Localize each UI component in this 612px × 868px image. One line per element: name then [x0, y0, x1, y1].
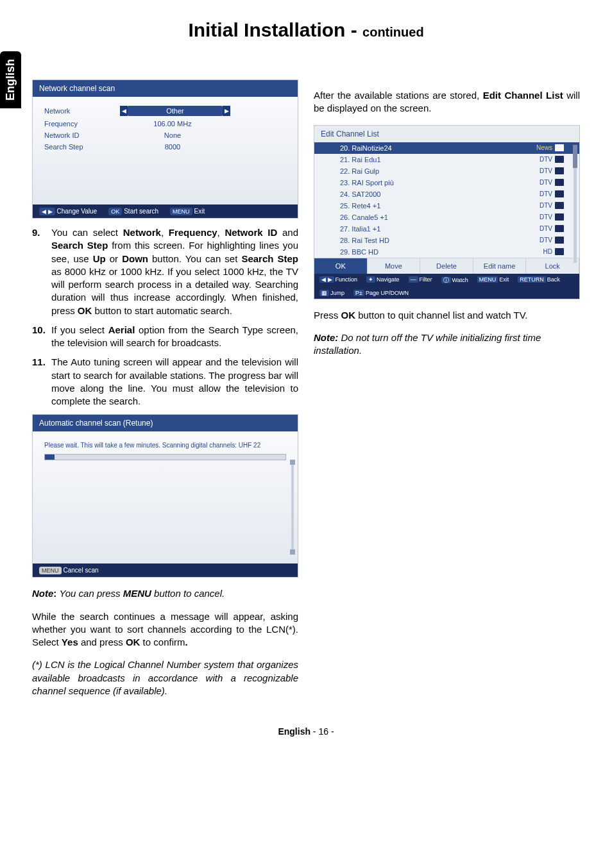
channel-name: 22. Rai Gulp	[340, 167, 379, 175]
note-menu-cancel: Note: You can press MENU button to cance…	[32, 587, 298, 600]
network-scan-title: Network channel scan	[33, 80, 298, 97]
lcn-footnote: (*) LCN is the Logical Channel Number sy…	[32, 658, 298, 697]
tv-icon	[555, 190, 564, 197]
channel-name: 26. Canale5 +1	[340, 213, 388, 221]
t: You can select	[51, 227, 123, 238]
legend-badge: MENU	[477, 276, 498, 283]
t: and	[277, 227, 298, 238]
tv-icon	[555, 179, 564, 186]
title-continued: continued	[362, 25, 424, 39]
step-9-text: You can select Network, Frequency, Netwo…	[51, 226, 298, 317]
network-scan-panel: Network channel scan NetworkOtherFrequen…	[32, 79, 298, 219]
auto-scan-panel: Automatic channel scan (Retune) Please w…	[32, 414, 298, 578]
step-11-text: The Auto tuning screen will appear and t…	[51, 356, 298, 408]
b: Network ID	[225, 227, 277, 238]
t: -	[328, 726, 334, 737]
b: Up	[93, 253, 106, 264]
network-scan-row: Network IDNone	[44, 131, 286, 139]
network-scan-row: Frequency106.00 MHz	[44, 120, 286, 128]
channel-tag: DTV	[540, 202, 564, 209]
t: After the available stations are stored,	[314, 90, 483, 101]
edit-channel-intro: After the available stations are stored,…	[314, 89, 580, 115]
cancel-text: Cancel scan	[64, 567, 99, 574]
network-scan-body: NetworkOtherFrequency106.00 MHzNetwork I…	[33, 97, 298, 204]
auto-scan-message: Please wait. This will take a few minute…	[44, 442, 286, 449]
row-value: Other	[128, 106, 223, 116]
tv-icon	[555, 213, 564, 221]
row-label: Network ID	[44, 131, 128, 139]
t: button to quit channel list and watch TV…	[355, 310, 528, 321]
page-title: Initial Installation - continued	[32, 19, 580, 41]
progress-fill	[45, 455, 55, 460]
channel-row: 26. Canale5 +1DTV	[314, 212, 579, 223]
content-columns: Network channel scan NetworkOtherFrequen…	[32, 79, 580, 707]
page: English Initial Installation - continued…	[0, 0, 612, 762]
t: button to cancel.	[151, 588, 225, 599]
t: ,	[217, 227, 225, 238]
channel-tag: DTV	[540, 190, 564, 197]
b: Aerial	[108, 324, 135, 335]
channel-name: 28. Rai Test HD	[340, 237, 389, 244]
tv-icon	[555, 225, 564, 232]
step-9-number: 9.	[32, 226, 51, 317]
channel-name: 20. RaiNotizie24	[340, 144, 392, 152]
press-ok-paragraph: Press OK button to quit channel list and…	[314, 309, 580, 322]
channel-row: 25. Rete4 +1DTV	[314, 200, 579, 212]
auto-scan-title: Automatic channel scan (Retune)	[33, 415, 298, 431]
b: OK	[126, 637, 140, 647]
legend-item: ⓘWatch	[441, 276, 468, 285]
tv-icon	[555, 167, 564, 174]
channel-row: 21. Rai Edu1DTV	[314, 154, 579, 165]
channel-action: Edit name	[473, 258, 527, 274]
auto-scan-body: Please wait. This will take a few minute…	[33, 431, 298, 563]
menu-badge: MENU	[39, 567, 62, 574]
t: button. You can set	[148, 253, 241, 264]
step-10-text: If you select Aerial option from the Sea…	[51, 324, 298, 350]
row-value: 106.00 MHz	[128, 120, 217, 128]
hint-badge: MENU	[170, 208, 192, 215]
tv-icon	[555, 248, 564, 255]
progress-bar	[44, 454, 286, 460]
channel-action: Lock	[526, 258, 579, 274]
t: to confirm	[140, 637, 185, 647]
channel-tag: DTV	[540, 179, 564, 186]
t: button to start automatic search.	[92, 305, 232, 316]
row-label: Frequency	[44, 120, 128, 128]
legend-badge: ▦	[319, 290, 329, 296]
channel-action: OK	[314, 258, 368, 274]
note-label: Note:	[314, 332, 338, 343]
channel-row: 23. RAI Sport piùDTV	[314, 177, 579, 188]
channel-name: 21. Rai Edu1	[340, 156, 381, 163]
legend-item: RETURNBack	[518, 276, 560, 285]
legend-badge: P±	[353, 290, 364, 296]
edit-channel-list-title: Edit Channel List	[314, 126, 579, 142]
row-label: Network	[44, 107, 128, 115]
row-value: 8000	[128, 143, 217, 151]
channel-row: 28. Rai Test HDDTV	[314, 235, 579, 246]
page-footer: English - 16 -	[32, 726, 580, 737]
t: If you select	[51, 324, 108, 335]
channel-name: 25. Rete4 +1	[340, 202, 380, 210]
row-label: Search Step	[44, 143, 128, 151]
right-column: After the available stations are stored,…	[314, 79, 580, 707]
step-11-number: 11.	[32, 356, 51, 408]
footer-page: 16	[318, 726, 328, 737]
channel-name: 24. SAT2000	[340, 190, 380, 198]
channel-row: 22. Rai GulpDTV	[314, 165, 579, 177]
footer-lang: English	[278, 726, 310, 737]
channel-name: 29. BBC HD	[340, 248, 378, 256]
t: and press	[78, 637, 126, 647]
tv-icon	[555, 156, 564, 163]
step-10-number: 10.	[32, 324, 51, 350]
final-note: Note: Do not turn off the TV while initi…	[314, 331, 580, 358]
row-value: None	[128, 131, 217, 139]
legend-item: ✦Navigate	[366, 276, 400, 285]
t: Press	[314, 310, 341, 321]
channel-tag: DTV	[540, 156, 564, 163]
network-scan-row: Search Step8000	[44, 143, 286, 151]
legend-item: MENUExit	[477, 276, 509, 285]
step-11: 11. The Auto tuning screen will appear a…	[32, 356, 298, 408]
tv-icon	[555, 202, 564, 209]
legend-badge: ✦	[366, 276, 375, 283]
legend-item: ▦Jump	[319, 290, 344, 296]
